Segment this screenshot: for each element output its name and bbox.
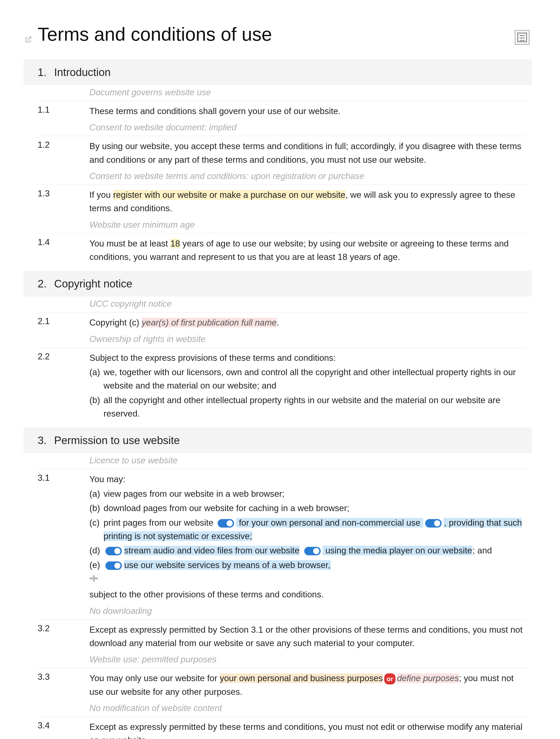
clause-number: 1.1 bbox=[38, 105, 90, 115]
clause: 1.2 By using our website, you accept the… bbox=[38, 136, 527, 169]
or-pill[interactable]: or bbox=[384, 674, 396, 685]
clause-number: 3.2 bbox=[38, 623, 90, 633]
toggle-switch[interactable] bbox=[304, 547, 321, 555]
annotation: UCC copyright notice bbox=[38, 297, 527, 313]
section-header: 2. Copyright notice bbox=[23, 271, 532, 297]
clause: 2.1 Copyright (c) year(s) of first publi… bbox=[38, 313, 527, 332]
clause-number: 3.4 bbox=[38, 720, 90, 731]
annotation: Ownership of rights in website bbox=[38, 332, 527, 348]
sub-clause: (b)all the copyright and other intellect… bbox=[90, 394, 527, 421]
clause-number: 3.3 bbox=[38, 672, 90, 682]
clause: 1.3 If you register with our website or … bbox=[38, 185, 527, 217]
sub-clause: (a)we, together with our licensors, own … bbox=[90, 365, 527, 393]
section-title: Permission to use website bbox=[54, 434, 180, 447]
section-number: 2. bbox=[23, 277, 54, 290]
clause-body: You may only use our website for your ow… bbox=[90, 672, 527, 699]
placeholder-field[interactable]: year(s) of first publication full name bbox=[142, 318, 277, 327]
annotation: Consent to website terms and conditions:… bbox=[38, 169, 527, 185]
clause: 3.1 You may: (a)view pages from our webs… bbox=[38, 469, 527, 603]
page-title: Terms and conditions of use bbox=[38, 23, 532, 45]
clause-number: 1.4 bbox=[38, 237, 90, 247]
clause: 3.2 Except as expressly permitted by Sec… bbox=[38, 620, 527, 652]
clause-body: By using our website, you accept these t… bbox=[90, 139, 527, 166]
toggle-switch[interactable] bbox=[218, 519, 234, 528]
section-number: 1. bbox=[23, 66, 54, 79]
clause-body: You must be at least 18 years of age to … bbox=[90, 237, 527, 264]
clause-number: 3.1 bbox=[38, 472, 90, 483]
section-title: Introduction bbox=[54, 66, 111, 79]
annotation: Website user minimum age bbox=[38, 217, 527, 234]
section-header: 3. Permission to use website bbox=[23, 427, 532, 453]
annotation: No modification of website content bbox=[38, 701, 527, 717]
clause-body: You may: (a)view pages from our website … bbox=[90, 472, 527, 601]
optional-text[interactable]: using the media player on our website bbox=[322, 546, 472, 555]
optional-text[interactable]: for your own personal and non-commercial… bbox=[236, 518, 423, 528]
section-title: Copyright notice bbox=[54, 277, 132, 290]
clause: 2.2 Subject to the express provisions of… bbox=[38, 348, 527, 423]
add-icon[interactable] bbox=[90, 574, 98, 583]
clause-number: 2.1 bbox=[38, 316, 90, 326]
clause-body: Except as expressly permitted by these t… bbox=[90, 720, 527, 739]
clause-body: Except as expressly permitted by Section… bbox=[90, 623, 527, 650]
clause: 1.4 You must be at least 18 years of age… bbox=[38, 234, 527, 266]
clause-body: Subject to the express provisions of the… bbox=[90, 351, 527, 421]
annotation: Document governs website use bbox=[38, 85, 527, 101]
clause: 1.1 These terms and conditions shall gov… bbox=[38, 101, 527, 120]
toggle-switch[interactable] bbox=[105, 561, 122, 570]
toggle-switch[interactable] bbox=[425, 519, 442, 528]
clause-body: If you register with our website or make… bbox=[90, 188, 527, 215]
optional-text[interactable]: stream audio and video files from our we… bbox=[124, 546, 300, 555]
annotation: Licence to use website bbox=[38, 453, 527, 469]
placeholder-field[interactable]: define purposes bbox=[397, 674, 459, 683]
clause: 3.3 You may only use our website for you… bbox=[38, 668, 527, 701]
clause-body: These terms and conditions shall govern … bbox=[90, 105, 527, 118]
sub-clause: (e)use our website services by means of … bbox=[90, 558, 527, 572]
section-number: 3. bbox=[23, 434, 54, 447]
toggle-switch[interactable] bbox=[105, 547, 122, 555]
sub-clause: (b)download pages from our website for c… bbox=[90, 501, 527, 515]
annotation: Consent to website document: implied bbox=[38, 120, 527, 136]
external-link-icon[interactable] bbox=[23, 35, 32, 44]
annotation: Website use: permitted purposes bbox=[38, 652, 527, 668]
clause-number: 2.2 bbox=[38, 351, 90, 361]
sub-clause: (d)stream audio and video files from our… bbox=[90, 544, 527, 557]
editable-field[interactable]: your own personal and business purposes bbox=[220, 674, 383, 683]
toc-icon[interactable] bbox=[515, 30, 529, 45]
editable-field[interactable]: 18 bbox=[170, 239, 180, 248]
annotation: No downloading bbox=[38, 604, 527, 620]
clause: 3.4 Except as expressly permitted by the… bbox=[38, 717, 527, 739]
sub-clause: (c)print pages from our website for your… bbox=[90, 516, 527, 543]
optional-text[interactable]: use our website services by means of a w… bbox=[124, 560, 331, 570]
clause-number: 1.2 bbox=[38, 139, 90, 150]
section-header: 1. Introduction bbox=[23, 59, 532, 85]
clause-number: 1.3 bbox=[38, 188, 90, 198]
clause-tail: subject to the other provisions of these… bbox=[90, 588, 527, 601]
clause-body: Copyright (c) year(s) of first publicati… bbox=[90, 316, 527, 329]
editable-field[interactable]: register with our website or make a purc… bbox=[113, 190, 345, 200]
sub-clause: (a)view pages from our website in a web … bbox=[90, 487, 527, 500]
